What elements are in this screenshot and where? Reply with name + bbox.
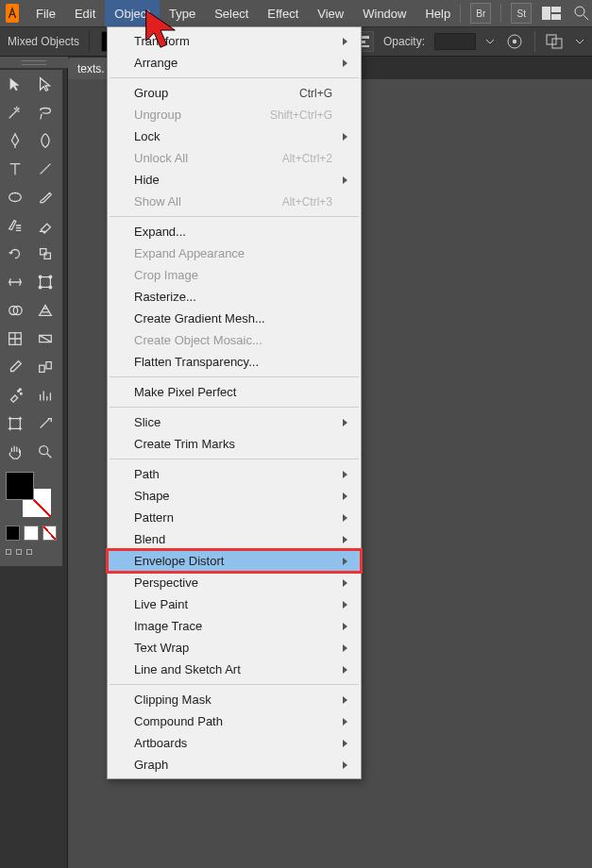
menu-item-label: Expand Appearance	[134, 246, 245, 260]
menu-item-shortcut: Alt+Ctrl+3	[282, 195, 332, 209]
zoom-tool[interactable]	[30, 438, 60, 466]
menu-select[interactable]: Select	[205, 0, 258, 26]
symbol-sprayer-tool[interactable]	[0, 381, 30, 409]
menu-item-arrange[interactable]: Arrange	[108, 52, 361, 74]
menu-item-label: Line and Sketch Art	[134, 662, 241, 676]
menu-type[interactable]: Type	[160, 0, 205, 26]
menu-item-make-pixel-perfect[interactable]: Make Pixel Perfect	[108, 381, 361, 403]
rotate-tool[interactable]	[0, 240, 30, 268]
menu-item-label: Crop Image	[134, 268, 198, 282]
column-graph-tool[interactable]	[30, 381, 60, 409]
menu-item-text-wrap[interactable]: Text Wrap	[108, 637, 361, 659]
paintbrush-tool[interactable]	[30, 183, 60, 211]
menu-item-slice[interactable]: Slice	[108, 411, 361, 433]
shape-builder-tool[interactable]	[0, 296, 30, 325]
mesh-tool[interactable]	[0, 325, 30, 353]
screen-mode-icon[interactable]	[6, 549, 11, 555]
fill-stroke-swatch[interactable]	[6, 472, 51, 517]
svg-point-26	[18, 391, 20, 392]
artboard-tool[interactable]	[0, 409, 30, 438]
menu-item-artboards[interactable]: Artboards	[108, 732, 361, 754]
menu-item-lock[interactable]: Lock	[108, 125, 361, 147]
screen-mode-icon[interactable]	[16, 549, 22, 555]
menu-item-pattern[interactable]: Pattern	[108, 507, 361, 528]
menu-item-label: Artboards	[134, 736, 187, 750]
svg-point-18	[39, 286, 42, 289]
tools-panel-grab[interactable]	[0, 57, 68, 68]
menu-item-group[interactable]: GroupCtrl+G	[108, 82, 361, 104]
svg-rect-11	[552, 39, 562, 48]
hand-tool[interactable]	[0, 438, 30, 466]
direct-selection-tool[interactable]	[30, 70, 60, 98]
menu-item-envelope-distort[interactable]: Envelope Distort	[108, 550, 361, 572]
menu-item-create-gradient-mesh[interactable]: Create Gradient Mesh...	[108, 308, 361, 329]
menu-item-clipping-mask[interactable]: Clipping Mask	[108, 689, 361, 710]
perspective-grid-tool[interactable]	[30, 296, 60, 325]
menu-item-label: Live Paint	[134, 597, 188, 611]
workspace-layout-icon[interactable]	[541, 3, 562, 24]
menu-help[interactable]: Help	[415, 0, 460, 26]
menu-item-flatten-transparency[interactable]: Flatten Transparency...	[108, 351, 361, 373]
pen-tool[interactable]	[0, 126, 30, 155]
menu-item-shortcut: Alt+Ctrl+2	[282, 152, 332, 165]
fill-swatch[interactable]	[6, 472, 34, 500]
curvature-tool[interactable]	[30, 126, 60, 155]
menu-object[interactable]: Object	[105, 0, 160, 26]
blend-tool[interactable]	[30, 353, 60, 381]
line-segment-tool[interactable]	[30, 155, 60, 183]
menu-item-rasterize[interactable]: Rasterize...	[108, 286, 361, 308]
menu-item-hide[interactable]: Hide	[108, 169, 361, 191]
width-tool[interactable]	[0, 268, 30, 296]
menu-item-blend[interactable]: Blend	[108, 528, 361, 550]
menu-item-live-paint[interactable]: Live Paint	[108, 593, 361, 615]
gradient-mode-icon[interactable]	[24, 526, 38, 541]
free-transform-tool[interactable]	[30, 268, 60, 296]
menu-item-image-trace[interactable]: Image Trace	[108, 615, 361, 637]
menu-item-shape[interactable]: Shape	[108, 485, 361, 507]
svg-point-17	[49, 275, 52, 278]
shaper-tool[interactable]	[0, 211, 30, 240]
br-app-icon[interactable]: Br	[470, 3, 491, 24]
magic-wand-tool[interactable]	[0, 98, 30, 126]
menu-item-label: Envelope Distort	[134, 554, 224, 568]
eraser-tool[interactable]	[30, 211, 60, 240]
chevron-down-icon[interactable]	[575, 37, 584, 46]
menu-effect[interactable]: Effect	[258, 0, 308, 26]
menu-item-create-trim-marks[interactable]: Create Trim Marks	[108, 433, 361, 455]
none-mode-icon[interactable]	[42, 526, 57, 541]
chevron-down-icon[interactable]	[485, 37, 495, 46]
ellipse-tool[interactable]	[0, 183, 30, 211]
screen-mode-icon[interactable]	[26, 549, 32, 555]
menu-file[interactable]: File	[26, 0, 65, 26]
menu-item-graph[interactable]: Graph	[108, 754, 361, 776]
svg-rect-2	[551, 14, 561, 20]
separator	[500, 4, 501, 23]
st-app-icon[interactable]: St	[511, 3, 532, 24]
lasso-tool[interactable]	[30, 98, 60, 126]
menu-view[interactable]: View	[308, 0, 353, 26]
separator	[460, 4, 461, 23]
menu-separator	[110, 376, 359, 377]
search-icon[interactable]	[571, 3, 592, 24]
menu-window[interactable]: Window	[353, 0, 415, 26]
menu-item-transform[interactable]: Transform	[108, 30, 361, 52]
selection-tool[interactable]	[0, 70, 30, 98]
menu-item-line-and-sketch-art[interactable]: Line and Sketch Art	[108, 659, 361, 680]
isolate-group-icon[interactable]	[545, 31, 566, 52]
type-tool[interactable]	[0, 155, 30, 183]
style-picker-icon[interactable]	[504, 31, 525, 52]
menu-item-label: Lock	[134, 129, 160, 143]
menu-item-expand[interactable]: Expand...	[108, 221, 361, 242]
menu-item-path[interactable]: Path	[108, 463, 361, 485]
scale-tool[interactable]	[30, 240, 60, 268]
menu-item-create-object-mosaic: Create Object Mosaic...	[108, 329, 361, 351]
opacity-field[interactable]	[434, 33, 476, 50]
menu-item-label: Make Pixel Perfect	[134, 385, 236, 399]
menu-item-perspective[interactable]: Perspective	[108, 572, 361, 593]
color-mode-icon[interactable]	[6, 526, 20, 541]
menu-item-compound-path[interactable]: Compound Path	[108, 710, 361, 732]
gradient-tool[interactable]	[30, 325, 60, 353]
slice-tool[interactable]	[30, 409, 60, 438]
menu-edit[interactable]: Edit	[65, 0, 105, 26]
eyedropper-tool[interactable]	[0, 353, 30, 381]
